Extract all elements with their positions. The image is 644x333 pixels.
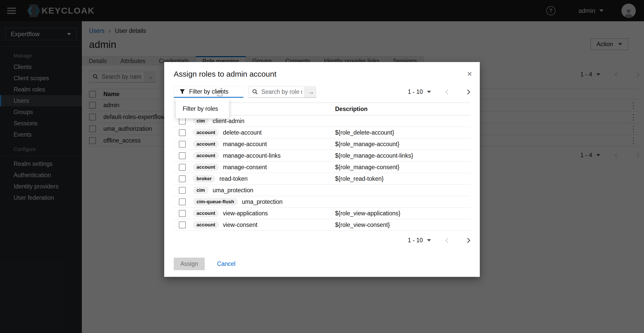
- role-checkbox[interactable]: [179, 164, 186, 171]
- role-description: ${role_delete-account}: [335, 129, 394, 136]
- role-row: account view-applications ${role_view-ap…: [174, 208, 470, 219]
- role-description: ${role_view-applications}: [335, 210, 400, 217]
- prev-page-icon[interactable]: [445, 238, 450, 243]
- role-row: account delete-account ${role_delete-acc…: [174, 127, 470, 138]
- next-page-icon[interactable]: [465, 89, 470, 95]
- role-row: account manage-account ${role_manage-acc…: [174, 138, 470, 150]
- role-name: delete-account: [223, 129, 262, 136]
- role-row: account view-consent ${role_view-consent…: [174, 219, 470, 231]
- role-checkbox[interactable]: [179, 187, 186, 194]
- role-description: ${role_manage-account-links}: [335, 152, 413, 159]
- client-badge: cim-queue-flush: [193, 198, 238, 206]
- role-checkbox[interactable]: [179, 152, 186, 159]
- role-checkbox[interactable]: [179, 141, 186, 148]
- role-description: ${role_read-token}: [335, 175, 384, 182]
- role-checkbox[interactable]: [179, 129, 186, 136]
- role-name: manage-account-links: [223, 152, 281, 159]
- search-by-role-name: →: [249, 86, 316, 98]
- role-name: uma_protection: [213, 187, 253, 194]
- chevron-down-icon[interactable]: [427, 91, 431, 93]
- role-description: ${role_manage-account}: [335, 141, 399, 148]
- filter-by-clients-dropdown[interactable]: Filter by clients: [174, 86, 243, 98]
- description-column-header: Description: [335, 106, 368, 113]
- client-badge: account: [193, 129, 219, 136]
- client-badge: broker: [193, 175, 215, 183]
- role-checkbox[interactable]: [179, 118, 186, 125]
- role-checkbox[interactable]: [179, 210, 186, 217]
- pagination-range: 1 - 10: [408, 88, 423, 95]
- mouse-cursor-icon: ☝: [216, 86, 223, 99]
- modal-title: Assign roles to admin account: [174, 70, 276, 78]
- chevron-down-icon[interactable]: [427, 239, 431, 241]
- client-badge: account: [193, 221, 219, 229]
- client-badge: account: [193, 140, 219, 148]
- search-icon: [252, 89, 258, 96]
- client-badge: account: [193, 163, 219, 171]
- assign-roles-modal: Assign roles to admin account × Filter b…: [164, 62, 480, 277]
- role-row: cim uma_protection: [174, 185, 470, 196]
- role-row: account manage-account-links ${role_mana…: [174, 150, 470, 162]
- role-name: read-token: [219, 175, 248, 182]
- modal-pagination-bottom: 1 - 10: [408, 237, 470, 244]
- role-name: manage-consent: [223, 164, 267, 171]
- role-row: account manage-consent ${role_manage-con…: [174, 162, 470, 173]
- client-badge: account: [193, 152, 219, 159]
- cancel-button[interactable]: Cancel: [217, 260, 236, 267]
- role-name: view-consent: [223, 221, 257, 228]
- role-checkbox[interactable]: [179, 198, 186, 205]
- close-icon[interactable]: ×: [467, 70, 472, 77]
- role-row: broker read-token ${role_read-token}: [174, 173, 470, 185]
- role-name: view-applications: [223, 210, 268, 217]
- roles-table: Name Description cim client-admin accoun…: [174, 103, 470, 231]
- assign-button[interactable]: Assign: [174, 258, 205, 270]
- role-description: ${role_view-consent}: [335, 221, 390, 228]
- prev-page-icon[interactable]: [445, 89, 450, 95]
- client-badge: account: [193, 209, 219, 217]
- role-checkbox[interactable]: [179, 175, 186, 182]
- filter-icon: [180, 89, 185, 94]
- role-name: uma_protection: [242, 198, 283, 205]
- role-row: cim-queue-flush uma_protection: [174, 196, 470, 208]
- modal-pagination-top: 1 - 10: [408, 88, 470, 95]
- role-name: client-admin: [213, 118, 245, 125]
- next-page-icon[interactable]: [465, 238, 470, 243]
- role-search-submit-button[interactable]: →: [305, 86, 316, 98]
- filter-menu-item-roles[interactable]: Filter by roles: [176, 99, 229, 118]
- role-description: ${role_manage-consent}: [335, 164, 399, 171]
- client-badge: cim: [193, 186, 209, 194]
- role-name: manage-account: [223, 141, 267, 148]
- pagination-range: 1 - 10: [408, 237, 423, 244]
- role-checkbox[interactable]: [179, 221, 186, 228]
